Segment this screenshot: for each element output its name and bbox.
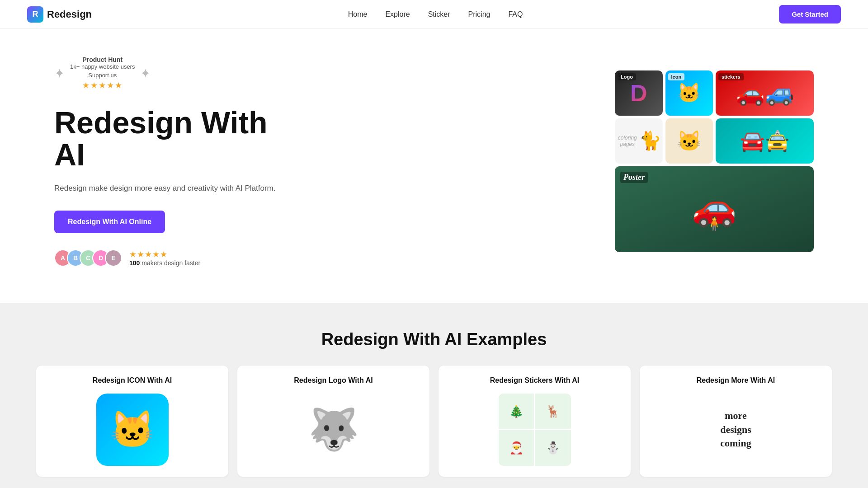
- hero-title: Redesign With AI: [54, 107, 289, 171]
- tag-logo: Logo: [618, 73, 636, 80]
- examples-grid: Redesign ICON With AI 🐱 Redesign Logo Wi…: [36, 366, 832, 477]
- card-icon-title: Redesign ICON With AI: [93, 376, 172, 385]
- ph-text: Product Hunt 1k+ happy website users Sup…: [70, 56, 135, 90]
- hero-left: ✦ Product Hunt 1k+ happy website users S…: [54, 56, 289, 267]
- card-logo-title: Redesign Logo With AI: [294, 376, 373, 385]
- makers-count-number: 100: [129, 259, 140, 267]
- car2-emoji: 🚘🚖: [740, 129, 790, 153]
- cat-draw-emoji: 🐈: [639, 130, 661, 151]
- poster-content: 🚗 🧍: [692, 186, 737, 232]
- example-card-more: Redesign More With AI moredesignscoming: [640, 366, 832, 477]
- laurel-right: ✦: [140, 66, 151, 81]
- wolf-emoji: 🐺: [308, 406, 359, 453]
- logo-preview-graphic: 🐺: [297, 394, 370, 466]
- makers-info: ★★★★★ 100 makers design faster: [129, 249, 200, 267]
- card-stickers-title: Redesign Stickers With AI: [490, 376, 580, 385]
- makers-row: A B C D E ★★★★★ 100 makers design faster: [54, 249, 289, 267]
- examples-title: Redesign With AI Examples: [36, 330, 832, 349]
- card-stickers-preview: 🎄 🦌 🎅 ⛄: [499, 394, 571, 466]
- coloring-tag: coloringpages: [616, 133, 639, 149]
- card-logo-preview: 🐺: [297, 394, 370, 466]
- avatars: A B C D E: [54, 249, 118, 267]
- hero-icon-cell: Icon 🐱: [665, 70, 713, 116]
- hero-section: ✦ Product Hunt 1k+ happy website users S…: [0, 29, 868, 303]
- card-icon-preview: 🐱: [96, 394, 169, 466]
- navbar: R Redesign Home Explore Sticker Pricing …: [0, 0, 868, 29]
- product-hunt-badge: ✦ Product Hunt 1k+ happy website users S…: [54, 56, 289, 90]
- avatar-5: E: [105, 249, 122, 267]
- get-started-button[interactable]: Get Started: [779, 5, 841, 23]
- card-more-title: Redesign More With AI: [697, 376, 775, 385]
- nav-home[interactable]: Home: [348, 10, 368, 19]
- sticker-3: 🎅: [499, 430, 534, 466]
- cat-icon: 🐱: [677, 82, 701, 104]
- ph-subtitle: 1k+ happy website users: [70, 63, 135, 70]
- makers-label: makers design faster: [142, 259, 200, 267]
- hero-right: Logo D Icon 🐱 stickers 🚗🚙 coloringpages …: [615, 70, 814, 252]
- tag-stickers: stickers: [718, 73, 744, 80]
- nav-explore[interactable]: Explore: [385, 10, 410, 19]
- ph-stars: ★★★★★: [70, 80, 135, 90]
- examples-section: Redesign With AI Examples Redesign ICON …: [0, 303, 868, 488]
- hero-cat-photo-cell: 🐱: [665, 118, 713, 164]
- tag-poster: Poster: [620, 172, 648, 183]
- nav-faq[interactable]: FAQ: [508, 10, 523, 19]
- nav-pricing[interactable]: Pricing: [468, 10, 491, 19]
- ph-support: Support us: [70, 72, 135, 79]
- example-card-logo: Redesign Logo With AI 🐺: [237, 366, 429, 477]
- logo[interactable]: R Redesign: [27, 6, 92, 23]
- stickers-grid: 🎄 🦌 🎅 ⛄: [499, 394, 571, 466]
- tag-icon: Icon: [668, 73, 685, 80]
- sticker-1: 🎄: [499, 394, 534, 429]
- logo-d-icon: D: [630, 80, 647, 107]
- hero-poster-cell: Poster 🚗 🧍: [615, 166, 814, 252]
- poster-person-emoji: 🧍: [705, 215, 723, 232]
- sticker-2: 🦌: [535, 394, 571, 429]
- example-card-stickers: Redesign Stickers With AI 🎄 🦌 🎅 ⛄: [439, 366, 631, 477]
- laurel-left: ✦: [54, 66, 65, 81]
- sticker-4: ⛄: [535, 430, 571, 466]
- hero-description: Redesign make design more easy and creat…: [54, 182, 289, 194]
- logo-text: Redesign: [47, 9, 92, 20]
- example-card-icon: Redesign ICON With AI 🐱: [36, 366, 228, 477]
- hero-image-grid: Logo D Icon 🐱 stickers 🚗🚙 coloringpages …: [615, 70, 814, 252]
- hero-logo-cell: Logo D: [615, 70, 663, 116]
- nav-sticker[interactable]: Sticker: [428, 10, 450, 19]
- car1-emoji: 🚗🚙: [736, 79, 794, 107]
- hero-car2-cell: 🚘🚖: [716, 118, 814, 164]
- more-designs-text: moredesignscoming: [720, 409, 751, 450]
- icon-preview-graphic: 🐱: [96, 394, 169, 466]
- hero-cta-button[interactable]: Redesign With AI Online: [54, 211, 165, 233]
- nav-links: Home Explore Sticker Pricing FAQ: [348, 10, 523, 19]
- cat-photo-emoji: 🐱: [677, 129, 702, 153]
- ph-title: Product Hunt: [70, 56, 135, 63]
- logo-icon: R: [27, 6, 43, 23]
- makers-count-text: 100 makers design faster: [129, 259, 200, 267]
- hero-car1-cell: stickers 🚗🚙: [716, 70, 814, 116]
- makers-stars: ★★★★★: [129, 249, 200, 259]
- card-more-preview: moredesignscoming: [700, 394, 772, 466]
- hero-cat-draw-cell: coloringpages 🐈: [615, 118, 663, 164]
